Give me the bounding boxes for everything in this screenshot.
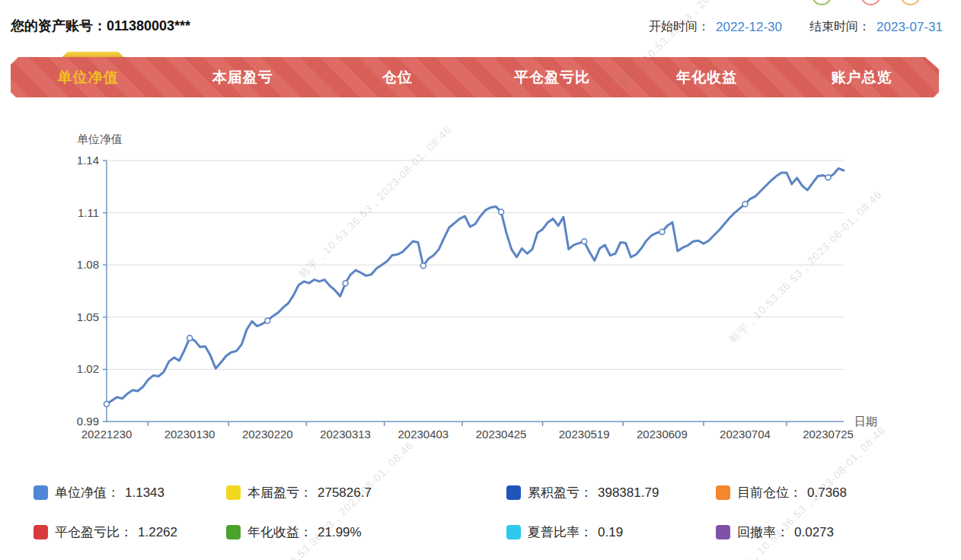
legend-drawdown-rate-value: 0.0273 [794, 525, 834, 540]
date-range-controls: 开始时间： 2022-12-30 结束时间： 2023-07-31 [649, 19, 943, 35]
legend-unit-net-value: 单位净值：1.1343 [34, 485, 226, 500]
end-date-picker[interactable]: 2023-07-31 [876, 20, 943, 35]
dashboard-page: 韩宇，10.53.36.53，2023-08-01, 08:46 韩宇，10.5… [0, 0, 961, 560]
x-tick-label: 20230519 [559, 428, 610, 441]
x-tick-label: 20230425 [476, 428, 527, 441]
legend-annualized-return-value: 21.99% [318, 525, 362, 540]
legend-close-pnl-ratio-value: 1.2262 [138, 525, 177, 540]
net-value-chart: 0.991.021.051.081.111.142022123020230130… [0, 122, 961, 449]
data-point-marker [420, 263, 426, 269]
data-point-marker [499, 209, 504, 215]
legend-annualized-return-swatch-icon [226, 525, 241, 539]
data-point-marker [825, 175, 831, 180]
status-circle-red-icon[interactable] [860, 0, 881, 5]
tab-current-pnl[interactable]: 本届盈亏 [165, 57, 320, 97]
x-tick-label: 20230313 [320, 428, 371, 441]
legend-current-pnl-swatch-icon [226, 485, 241, 500]
page-title: 您的资产账号：011380003*** [11, 17, 190, 35]
legend-unit-net-value-value: 1.1343 [125, 485, 164, 501]
legend-current-position-label: 目前仓位： [737, 484, 802, 501]
legend-sharpe-ratio-value: 0.19 [598, 525, 623, 540]
account-label: 您的资产账号： [11, 18, 107, 33]
legend-sharpe-ratio: 夏普比率：0.19 [506, 525, 716, 539]
tab-annualized-return[interactable]: 年化收益 [630, 57, 784, 97]
legend-current-position: 目前仓位：0.7368 [716, 485, 929, 500]
legend-current-position-value: 0.7368 [807, 485, 847, 501]
status-circle-orange-icon[interactable] [900, 0, 921, 5]
y-tick-label: 0.99 [77, 415, 99, 428]
legend-drawdown-rate-label: 回撤率： [737, 523, 789, 541]
start-date-picker[interactable]: 2022-12-30 [716, 20, 782, 35]
x-tick-label: 20230403 [397, 428, 449, 441]
legend-unit-net-value-label: 单位净值： [55, 484, 120, 501]
x-tick-label: 20230609 [637, 428, 688, 441]
legend-current-pnl-value: 275826.7 [318, 485, 372, 501]
legend-cumulative-pnl-swatch-icon [506, 485, 521, 500]
legend-close-pnl-ratio-label: 平仓盈亏比： [55, 523, 132, 541]
legend-close-pnl-ratio-swatch-icon [34, 525, 48, 539]
legend-current-pnl-label: 本届盈亏： [247, 484, 312, 501]
tab-unit-net-value[interactable]: 单位净值 [11, 57, 165, 97]
legend-current-pnl: 本届盈亏：275826.7 [226, 485, 506, 500]
data-point-marker [659, 229, 665, 234]
data-point-marker [582, 239, 587, 244]
y-tick-label: 1.11 [78, 206, 99, 219]
tab-close-pnl-ratio[interactable]: 平仓盈亏比 [475, 57, 630, 97]
legend-drawdown-rate-swatch-icon [716, 525, 730, 539]
x-tick-label: 20221230 [81, 428, 132, 441]
legend-unit-net-value-swatch-icon [34, 485, 48, 500]
x-tick-label: 20230704 [720, 428, 771, 441]
status-circle-green-icon[interactable] [812, 0, 832, 5]
data-point-marker [742, 202, 748, 207]
end-time-label: 结束时间： [809, 19, 870, 35]
legend-cumulative-pnl-label: 累积盈亏： [528, 484, 592, 501]
data-point-marker [187, 336, 193, 341]
legend-cumulative-pnl: 累积盈亏：398381.79 [506, 485, 716, 500]
tab-account-overview[interactable]: 账户总览 [784, 57, 939, 97]
legend-current-position-swatch-icon [716, 485, 730, 500]
data-point-marker [104, 402, 110, 407]
account-number: 011380003*** [107, 18, 190, 33]
x-tick-label: 20230220 [242, 428, 293, 441]
data-point-marker [265, 318, 270, 323]
y-tick-label: 1.02 [77, 362, 99, 375]
y-axis-title: 单位净值 [77, 132, 123, 145]
data-point-marker [343, 281, 348, 286]
legend-annualized-return-label: 年化收益： [247, 523, 312, 541]
x-tick-label: 20230725 [803, 428, 854, 441]
legend-close-pnl-ratio: 平仓盈亏比：1.2262 [34, 525, 226, 539]
net-value-line [107, 168, 844, 404]
legend-sharpe-ratio-label: 夏普比率： [528, 523, 592, 541]
x-axis-title: 日期 [854, 415, 877, 428]
tab-position[interactable]: 仓位 [320, 57, 474, 97]
stats-legend: 单位净值：1.1343本届盈亏：275826.7累积盈亏：398381.79目前… [0, 485, 961, 539]
net-value-chart-svg: 0.991.021.051.081.111.142022123020230130… [0, 122, 961, 449]
start-time-label: 开始时间： [649, 19, 710, 35]
legend-cumulative-pnl-value: 398381.79 [598, 485, 659, 501]
y-tick-label: 1.14 [77, 154, 99, 167]
x-tick-label: 20230130 [164, 428, 216, 441]
legend-drawdown-rate: 回撤率：0.0273 [716, 525, 929, 539]
legend-annualized-return: 年化收益：21.99% [226, 525, 506, 539]
y-tick-label: 1.05 [77, 310, 99, 323]
y-tick-label: 1.08 [77, 258, 99, 271]
tab-bar: 单位净值本届盈亏仓位平仓盈亏比年化收益账户总览 [11, 57, 939, 97]
legend-sharpe-ratio-swatch-icon [506, 525, 521, 539]
